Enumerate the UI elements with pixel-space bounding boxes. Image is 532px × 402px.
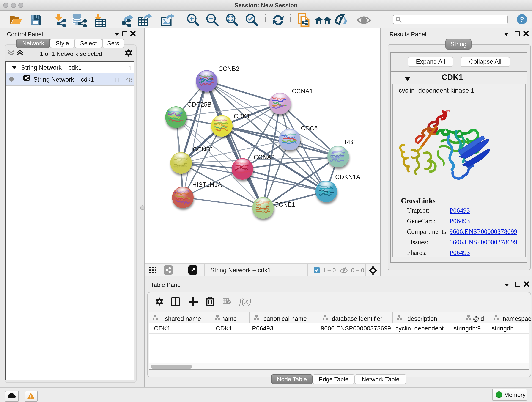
svg-text:CCNA1: CCNA1	[292, 88, 313, 95]
svg-text:HIST1H1A: HIST1H1A	[192, 181, 222, 188]
svg-text:CCNE1: CCNE1	[274, 201, 295, 208]
svg-text:CDKN1A: CDKN1A	[335, 173, 360, 180]
svg-text:CDC6: CDC6	[301, 125, 318, 132]
svg-text:CCNA2: CCNA2	[254, 154, 275, 161]
svg-text:RB1: RB1	[345, 139, 357, 146]
svg-text:CCNB2: CCNB2	[218, 65, 239, 72]
svg-text:CDC25B: CDC25B	[187, 101, 212, 108]
svg-text:CDK1: CDK1	[234, 113, 250, 120]
svg-text:CCNB1: CCNB1	[193, 146, 214, 153]
